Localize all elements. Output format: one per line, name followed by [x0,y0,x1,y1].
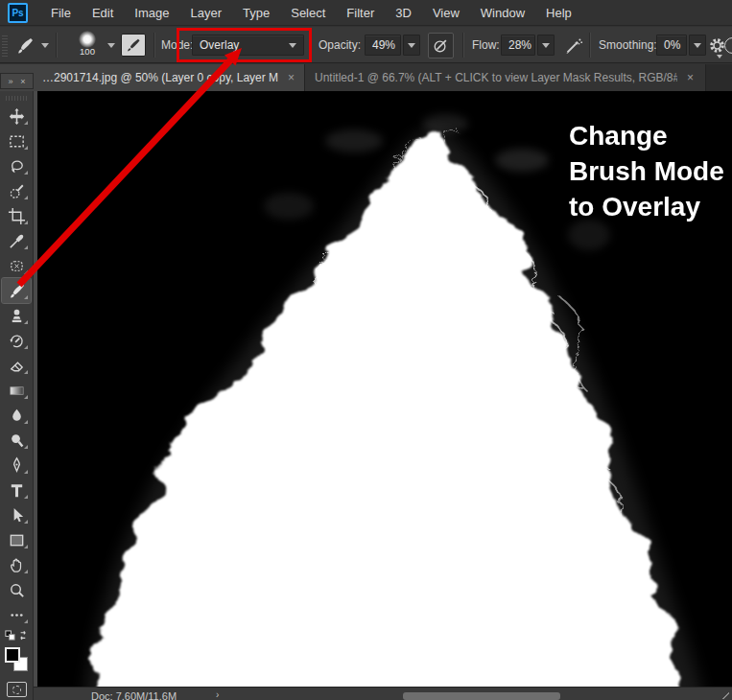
move-tool[interactable] [2,104,31,128]
opacity-input[interactable]: 49% [365,35,401,56]
lasso-tool[interactable] [2,153,31,178]
path-selection-tool[interactable] [2,502,31,527]
mode-label: Mode: [161,27,193,63]
healing-patch-tool[interactable] [2,253,31,278]
divider [56,33,57,58]
history-brush-tool[interactable] [2,328,31,353]
mode-chevron-icon [289,43,296,48]
smoothing-dropdown-button[interactable] [689,35,706,56]
document-tab-2[interactable]: Untitled-1 @ 66.7% (ALT + CLICK to view … [305,64,706,91]
document-size-info: Doc: 7.60M/11.6M [91,690,177,700]
opacity-dropdown-button[interactable] [403,35,420,56]
quick-mask-mode-button[interactable] [7,682,27,697]
crop-tool[interactable] [2,203,31,228]
divider [589,33,590,58]
menu-file[interactable]: File [40,0,82,26]
menu-view[interactable]: View [422,0,470,26]
window-resize-grip[interactable] [721,691,729,699]
document-tab-bar: …2901714.jpg @ 50% (Layer 0 copy, Layer … [0,64,732,91]
divider [462,33,463,58]
eyedropper-tool[interactable] [2,228,31,253]
flow-input[interactable]: 28% [501,35,535,56]
brush-preset-icon[interactable] [12,33,37,58]
gear-caret-icon [717,55,722,58]
opacity-label: Opacity: [319,27,361,63]
airbrush-button[interactable] [560,33,586,58]
panel-grip[interactable] [6,96,27,101]
close-panel-icon[interactable]: × [20,77,25,86]
blur-tool[interactable] [2,403,31,428]
menu-bar: Ps File Edit Image Layer Type Select Fil… [0,0,732,26]
dodge-tool[interactable] [2,428,31,453]
toggle-brush-settings-panel-button[interactable] [121,34,146,57]
mode-value: Overlay [200,38,239,52]
collapse-panel-icon[interactable]: » [9,77,13,86]
horizontal-scrollbar-thumb[interactable] [403,692,560,700]
menu-layer[interactable]: Layer [180,0,233,26]
smoothing-value: 0% [664,38,680,52]
rectangle-shape-tool[interactable] [2,527,31,552]
options-bar-grip[interactable] [2,34,8,57]
swap-colors-icon [21,631,26,640]
options-bar: 100 Mode: Overlay Opacity: 49% Flow: 28% [0,27,732,63]
opacity-value: 49% [372,38,395,52]
tools-panel-header: » × [0,73,34,89]
menu-type[interactable]: Type [232,0,280,26]
edit-toolbar-button[interactable] [2,602,31,627]
photoshop-window: Ps File Edit Image Layer Type Select Fil… [0,0,732,700]
rectangular-marquee-tool[interactable] [2,128,31,153]
annotation-line-3: to Overlay [569,189,724,224]
flow-label: Flow: [472,27,500,63]
menu-help[interactable]: Help [535,0,582,26]
close-tab-icon[interactable]: × [288,72,295,83]
status-bar: Doc: 7.60M/11.6M › [34,687,732,700]
annotation-line-1: Change [569,118,724,153]
menu-image[interactable]: Image [124,0,179,26]
tools-panel: » × [0,91,34,700]
eraser-tool[interactable] [2,353,31,378]
brush-size-value: 100 [71,46,104,57]
tutorial-annotation: Change Brush Mode to Overlay [569,118,724,224]
brush-size-preview[interactable]: 100 [71,31,104,59]
menu-window[interactable]: Window [470,0,535,26]
foreground-background-colors[interactable] [2,646,31,675]
brush-preset-chevron-icon[interactable] [41,43,49,48]
menu-edit[interactable]: Edit [82,0,124,26]
flow-value: 28% [508,38,531,52]
document-tab-2-title: Untitled-1 @ 66.7% (ALT + CLICK to view … [315,71,677,84]
annotation-line-2: Brush Mode [569,153,724,189]
color-controls-row [2,627,31,644]
divider [153,33,154,58]
menu-3d[interactable]: 3D [385,0,422,26]
gradient-tool[interactable] [2,378,31,403]
close-tab-icon[interactable]: × [687,72,694,83]
clone-stamp-tool[interactable] [2,303,31,328]
smoothing-label: Smoothing: [599,27,657,63]
pen-tool[interactable] [2,453,31,478]
quick-selection-tool[interactable] [2,178,31,203]
document-canvas[interactable]: Change Brush Mode to Overlay [34,91,732,687]
photoshop-logo: Ps [8,3,28,23]
brush-tool[interactable] [2,278,31,303]
menu-filter[interactable]: Filter [336,0,385,26]
quick-mask-circle-icon [12,686,21,694]
mode-dropdown[interactable]: Overlay [192,35,304,56]
menu-select[interactable]: Select [280,0,336,26]
smoothing-input[interactable]: 0% [656,35,687,56]
hand-tool[interactable] [2,552,31,577]
zoom-tool[interactable] [2,577,31,602]
foreground-color-swatch[interactable] [5,647,20,663]
pressure-opacity-button[interactable] [428,33,454,58]
document-tab-1[interactable]: …2901714.jpg @ 50% (Layer 0 copy, Layer … [0,64,305,91]
brush-size-chevron-icon[interactable] [107,43,115,48]
default-colors-icon [6,630,14,639]
status-options-chevron-icon[interactable]: › [216,689,219,700]
type-tool[interactable] [2,478,31,502]
document-tab-1-title: …2901714.jpg @ 50% (Layer 0 copy, Layer … [42,71,278,84]
flow-dropdown-button[interactable] [537,35,555,56]
